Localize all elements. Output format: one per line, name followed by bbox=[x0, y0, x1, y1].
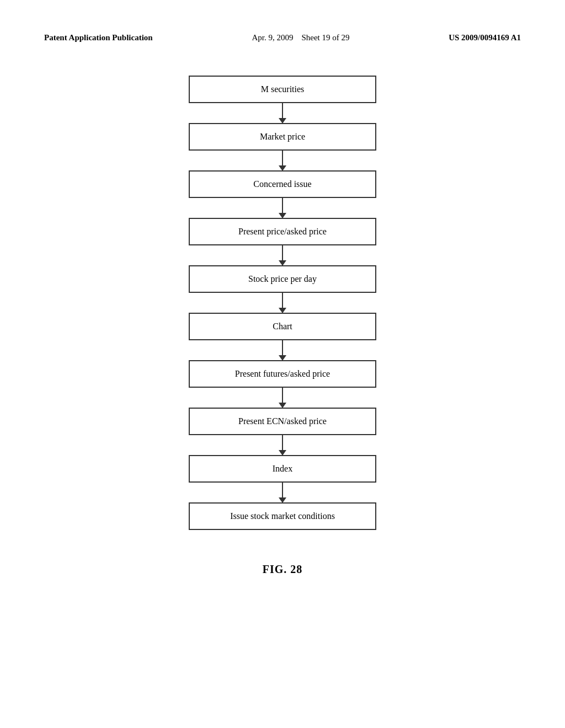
box-index: Index bbox=[189, 455, 376, 483]
arrow-6 bbox=[282, 340, 283, 360]
arrow-1 bbox=[282, 103, 283, 123]
box-present-futures: Present futures/asked price bbox=[189, 360, 376, 388]
arrow-2 bbox=[282, 151, 283, 170]
header-center: Apr. 9, 2009 Sheet 19 of 29 bbox=[252, 33, 349, 42]
flowchart: M securities Market price Concerned issu… bbox=[44, 76, 521, 530]
arrow-3 bbox=[282, 198, 283, 218]
page: Patent Application Publication Apr. 9, 2… bbox=[0, 0, 565, 728]
box-issue-stock-market: Issue stock market conditions bbox=[189, 502, 376, 530]
box-m-securities: M securities bbox=[189, 76, 376, 103]
box-present-ecn: Present ECN/asked price bbox=[189, 408, 376, 435]
box-market-price: Market price bbox=[189, 123, 376, 151]
header: Patent Application Publication Apr. 9, 2… bbox=[44, 33, 521, 42]
arrow-9 bbox=[282, 483, 283, 502]
date-label: Apr. 9, 2009 bbox=[252, 33, 293, 42]
arrow-8 bbox=[282, 435, 283, 455]
sheet-label: Sheet 19 of 29 bbox=[301, 33, 349, 42]
box-present-price: Present price/asked price bbox=[189, 218, 376, 245]
box-stock-price-per-day: Stock price per day bbox=[189, 265, 376, 293]
box-concerned-issue: Concerned issue bbox=[189, 170, 376, 198]
arrow-7 bbox=[282, 388, 283, 408]
box-chart: Chart bbox=[189, 313, 376, 340]
arrow-4 bbox=[282, 245, 283, 265]
publication-label: Patent Application Publication bbox=[44, 33, 153, 42]
arrow-5 bbox=[282, 293, 283, 313]
figure-label: FIG. 28 bbox=[44, 563, 521, 576]
header-right: US 2009/0094169 A1 bbox=[449, 33, 521, 42]
header-left: Patent Application Publication bbox=[44, 33, 153, 42]
patent-number: US 2009/0094169 A1 bbox=[449, 33, 521, 42]
